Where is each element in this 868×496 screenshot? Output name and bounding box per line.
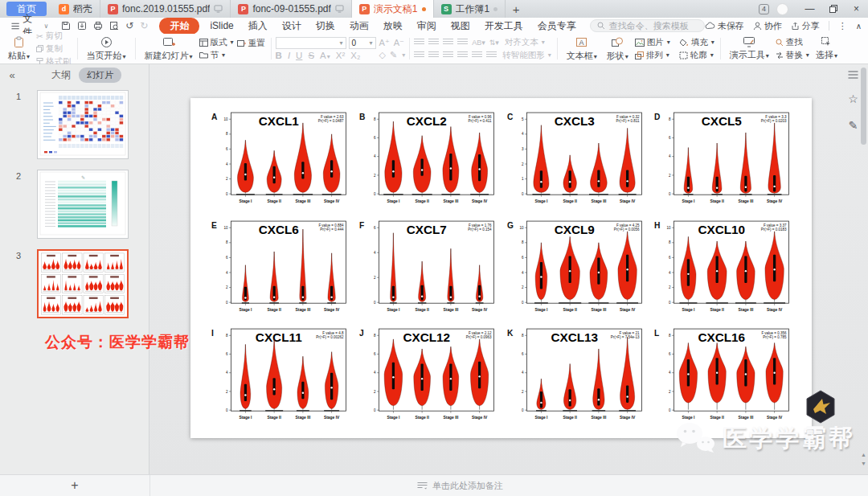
reset-button[interactable]: 重置 — [235, 38, 267, 49]
text-tool-icon[interactable]: ✎ — [390, 50, 397, 60]
outline-button[interactable]: 轮廓▾ — [678, 50, 715, 61]
find-button[interactable]: 查找 — [774, 37, 811, 48]
share-button[interactable]: 分享 — [791, 20, 820, 32]
section-button[interactable]: 节▾ — [198, 50, 235, 61]
text-direction-icon[interactable]: AB▾ — [472, 39, 485, 47]
grow-font-icon[interactable]: A⁺ — [379, 38, 390, 48]
shrink-font-icon[interactable]: A⁻ — [394, 38, 404, 48]
menu-动画[interactable]: 动画 — [342, 19, 376, 33]
save-icon[interactable] — [61, 21, 71, 31]
arrange-button[interactable]: 排列▾ — [633, 50, 671, 61]
to-smart-label[interactable]: 转智能图形 — [502, 50, 545, 61]
new-slide-button[interactable]: 新建幻灯片▾ — [140, 35, 198, 62]
tab-演示文稿1[interactable]: P演示文稿1 — [352, 0, 434, 18]
menu-iSlide[interactable]: iSlide — [203, 20, 240, 31]
cut-button[interactable]: ✂剪切 — [35, 31, 73, 42]
menu-视图[interactable]: 视图 — [444, 19, 477, 33]
select-button[interactable]: 选择▾ — [811, 35, 842, 62]
presentation-tools-button[interactable]: 演示工具▾ — [725, 35, 774, 62]
menu-设计[interactable]: 设计 — [275, 19, 309, 33]
tab-稻壳[interactable]: d稻壳 — [51, 0, 100, 18]
columns-icon[interactable] — [486, 51, 497, 59]
svg-text:Stage IV: Stage IV — [324, 308, 340, 312]
justify-icon[interactable] — [457, 51, 468, 59]
fill-button[interactable]: 填充▾ — [678, 37, 716, 48]
save-status[interactable]: 未保存 — [705, 20, 744, 32]
underline-button[interactable]: U — [296, 51, 302, 60]
minimize-button[interactable]: — — [798, 0, 821, 18]
shapes-button[interactable]: 形状▾ — [602, 35, 633, 62]
avatar[interactable] — [776, 3, 788, 15]
menu-插入[interactable]: 插入 — [241, 19, 275, 33]
slide-canvas[interactable]: ACXCL1F value = 2.63Pr(>F) = 0.048702468… — [190, 98, 812, 438]
print-icon[interactable] — [93, 21, 103, 31]
italic-button[interactable]: I — [288, 51, 290, 60]
collapse-ribbon-icon[interactable]: ∧ — [856, 22, 862, 31]
text-box-button[interactable]: A 文本框▾ — [562, 35, 602, 62]
menu-开发工具[interactable]: 开发工具 — [477, 19, 530, 33]
align-center-icon[interactable] — [428, 51, 439, 59]
play-from-current-button[interactable]: 当页开始▾ — [82, 35, 131, 62]
superscript-button[interactable]: X² — [336, 51, 346, 60]
align-left-icon[interactable] — [414, 51, 424, 59]
slide-thumbnail-1[interactable] — [37, 90, 129, 159]
numbering-icon[interactable] — [428, 39, 439, 46]
tab-outline[interactable]: 大纲 — [51, 68, 71, 82]
picture-button[interactable]: 图片▾ — [633, 37, 672, 48]
menu-会员专享[interactable]: 会员专享 — [530, 19, 583, 33]
restore-button[interactable] — [821, 0, 845, 18]
clear-format-icon[interactable]: ◇ — [379, 50, 386, 60]
font-size-combo[interactable]: 0▾ — [349, 37, 376, 49]
align-right-icon[interactable] — [443, 51, 453, 59]
tab-fonc-09-01555.pdf[interactable]: Pfonc-09-01555.pdf — [231, 0, 351, 18]
play-circle-icon — [100, 36, 113, 48]
paste-button[interactable]: 粘贴▾ — [3, 35, 35, 62]
previous-slide-button[interactable]: ▲ — [861, 452, 866, 457]
menu-放映[interactable]: 放映 — [376, 19, 410, 33]
font-name-combo[interactable]: ▾ — [276, 37, 346, 49]
menu-审阅[interactable]: 审阅 — [410, 19, 444, 33]
undo-icon[interactable]: ↺ — [125, 20, 133, 31]
align-text-label[interactable]: 对齐文本 — [505, 37, 538, 48]
decrease-indent-icon[interactable] — [443, 39, 453, 46]
menu-开始[interactable]: 开始 — [159, 18, 199, 35]
new-tab-button[interactable]: + — [506, 2, 526, 16]
scrollbar-thumb[interactable] — [861, 68, 866, 145]
line-spacing-icon[interactable]: ⇅▾ — [489, 39, 499, 47]
strikethrough-button[interactable]: S — [308, 51, 314, 60]
print-preview-icon[interactable] — [109, 21, 119, 31]
export-icon[interactable] — [77, 21, 87, 31]
collapse-panel-icon[interactable]: « — [0, 69, 24, 81]
hamburger-icon — [11, 23, 19, 30]
subscript-button[interactable]: X₂ — [350, 51, 360, 60]
notes-placeholder[interactable]: 单击此处添加备注 — [417, 480, 503, 492]
next-slide-button[interactable]: ▼ — [861, 461, 866, 466]
star-icon[interactable]: ☆ — [848, 92, 858, 105]
menu-切换[interactable]: 切换 — [309, 19, 342, 33]
collaborate-button[interactable]: 协作 — [753, 20, 782, 32]
increase-indent-icon[interactable] — [457, 39, 468, 46]
bold-button[interactable]: B — [276, 51, 282, 60]
copy-button[interactable]: 复制 — [35, 43, 73, 55]
slide-thumbnail-2[interactable]: ✎ — [37, 170, 129, 239]
more-menu-icon[interactable]: ⋮ — [838, 21, 847, 31]
tab-slides[interactable]: 幻灯片 — [79, 68, 121, 83]
slide-thumbnail-3[interactable] — [37, 249, 129, 318]
task-pane-menu-icon[interactable] — [848, 71, 858, 79]
tab-fonc.2019.01555.pdf[interactable]: Pfonc.2019.01555.pdf — [100, 0, 231, 18]
tab-工作簿1[interactable]: S工作簿1 — [434, 0, 506, 18]
tab-list-badge[interactable]: 4 — [759, 4, 769, 14]
menu-strip: 开始iSlide插入设计切换动画放映审阅视图开发工具会员专享 — [156, 18, 583, 35]
brush-icon[interactable]: ✎ — [849, 119, 858, 132]
replace-button[interactable]: 替换▾ — [774, 50, 811, 61]
svg-text:Stage II: Stage II — [415, 416, 429, 420]
close-button[interactable]: × — [845, 0, 868, 18]
distribute-icon[interactable] — [472, 51, 482, 59]
add-slide-button[interactable]: + — [0, 475, 149, 496]
redo-icon[interactable]: ↻ — [140, 20, 148, 31]
vertical-scrollbar[interactable] — [860, 68, 867, 437]
bullets-icon[interactable] — [414, 39, 424, 46]
command-search[interactable]: 查找命令、搜索模板 — [590, 19, 705, 32]
font-color-button[interactable]: A▾ — [320, 51, 330, 60]
layout-button[interactable]: 版式▾ — [198, 37, 235, 48]
